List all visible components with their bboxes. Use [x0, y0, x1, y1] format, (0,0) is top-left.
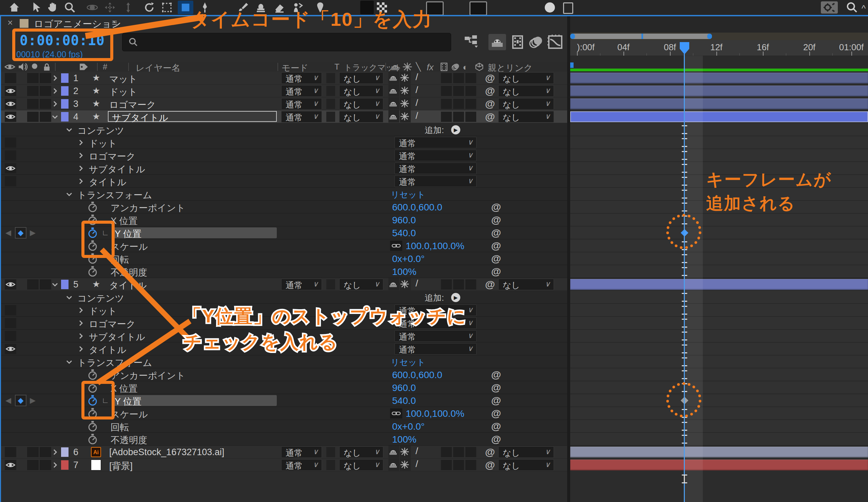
collapse-switch[interactable]: [400, 110, 411, 122]
add-menu-button[interactable]: [545, 2, 555, 12]
layer-name[interactable]: タイトル: [109, 279, 147, 292]
layer-label-chip[interactable]: [61, 86, 69, 96]
layer-duration-bar[interactable]: [570, 111, 868, 122]
mode-dropdown[interactable]: 通常∨: [281, 85, 322, 97]
shy-switch[interactable]: [389, 110, 399, 122]
3d-switch[interactable]: [465, 73, 476, 83]
adjustment-switch[interactable]: [453, 86, 464, 96]
layer-duration-bar[interactable]: [570, 86, 868, 97]
orbit-camera-tool[interactable]: [85, 1, 100, 14]
track-matte-dropdown[interactable]: なし∨: [339, 459, 383, 471]
property-name[interactable]: 不透明度: [111, 267, 147, 279]
property-name[interactable]: スケール: [111, 408, 148, 421]
pickwhip-icon[interactable]: @: [491, 408, 501, 419]
track-matte-box[interactable]: [326, 86, 335, 96]
panel-divider[interactable]: [567, 16, 570, 502]
3d-switch[interactable]: [465, 112, 476, 122]
motion-blur-toggle[interactable]: [528, 34, 544, 50]
property-value[interactable]: 100.0,100.0%: [406, 241, 464, 251]
layer-duration-bar[interactable]: [570, 98, 868, 109]
group-expand-chevron[interactable]: [77, 319, 85, 327]
pickwhip-icon[interactable]: @: [491, 395, 501, 406]
track-matte-dropdown[interactable]: なし∨: [339, 446, 383, 458]
pickwhip-icon[interactable]: @: [485, 85, 495, 97]
parent-dropdown[interactable]: なし∨: [498, 279, 554, 290]
motion-blur-switch[interactable]: [441, 279, 452, 290]
keyframe-toggle-box[interactable]: ◆: [15, 227, 27, 239]
collapse-switch[interactable]: [400, 446, 411, 458]
audio-toggle[interactable]: [27, 279, 39, 290]
audio-toggle[interactable]: [27, 460, 39, 470]
track-matte-box[interactable]: [326, 279, 335, 290]
stopwatch-icon[interactable]: [87, 369, 98, 381]
layer-label-chip[interactable]: [61, 99, 69, 109]
group-mode-dropdown[interactable]: 通常∨: [394, 330, 477, 342]
adjustment-switch[interactable]: [453, 112, 464, 122]
property-value[interactable]: 100.0,100.0%: [406, 408, 464, 419]
zoom-tool[interactable]: [62, 1, 78, 14]
parent-dropdown[interactable]: なし∨: [498, 85, 554, 97]
pickwhip-icon[interactable]: @: [485, 279, 495, 290]
eye-toggle[interactable]: [5, 163, 16, 173]
solo-toggle[interactable]: [40, 112, 51, 122]
stopwatch-icon[interactable]: [87, 201, 98, 213]
parent-dropdown[interactable]: なし∨: [498, 446, 554, 458]
group-expand-chevron[interactable]: [77, 151, 85, 160]
eye-toggle[interactable]: [5, 344, 16, 354]
property-name[interactable]: アンカーポイント: [111, 202, 185, 214]
layer-expand-chevron[interactable]: [51, 87, 59, 95]
layer-expand-chevron[interactable]: [51, 461, 59, 469]
pickwhip-icon[interactable]: @: [491, 421, 501, 432]
motion-blur-switch[interactable]: [441, 460, 452, 470]
collapse-switch[interactable]: [400, 278, 411, 290]
mode-dropdown[interactable]: 通常∨: [281, 111, 322, 122]
shy-switch[interactable]: [389, 446, 399, 458]
track-matte-box[interactable]: [326, 99, 335, 109]
stopwatch-icon[interactable]: [87, 266, 98, 277]
layer-duration-bar[interactable]: [570, 460, 868, 470]
group-mode-dropdown[interactable]: 通常∨: [394, 163, 477, 174]
audio-toggle[interactable]: [27, 86, 39, 96]
property-name[interactable]: スケール: [111, 241, 148, 253]
playhead-line[interactable]: [684, 53, 685, 502]
property-value[interactable]: 0x+0.0°: [392, 253, 425, 264]
link-dimensions-icon[interactable]: [390, 241, 402, 251]
eye-toggle[interactable]: [5, 331, 16, 341]
pan-camera-tool[interactable]: [102, 1, 117, 14]
work-area-start-handle[interactable]: [570, 33, 575, 39]
mode-dropdown[interactable]: 通常∨: [281, 446, 322, 458]
solo-toggle[interactable]: [40, 279, 51, 290]
eye-toggle[interactable]: [5, 150, 16, 161]
selection-tool[interactable]: [29, 1, 43, 14]
pickwhip-icon[interactable]: @: [491, 201, 501, 213]
stopwatch-icon[interactable]: [87, 433, 98, 445]
parent-dropdown[interactable]: なし∨: [498, 459, 554, 471]
eye-toggle[interactable]: [5, 73, 16, 83]
3d-switch[interactable]: [465, 279, 476, 290]
eye-toggle[interactable]: [5, 305, 16, 315]
home-icon[interactable]: [7, 1, 22, 14]
track-matte-box[interactable]: [326, 112, 335, 122]
motion-blur-switch[interactable]: [441, 112, 452, 122]
add-property-label[interactable]: 追加:: [425, 292, 444, 303]
mode-dropdown[interactable]: 通常∨: [281, 459, 322, 471]
group-name[interactable]: サブタイトル: [89, 163, 145, 175]
pickwhip-icon[interactable]: @: [485, 98, 495, 110]
pickwhip-icon[interactable]: @: [485, 459, 495, 471]
pickwhip-icon[interactable]: @: [485, 111, 495, 122]
adjustment-switch[interactable]: [453, 73, 464, 83]
quality-switch[interactable]: /: [412, 278, 422, 290]
layer-name[interactable]: [背景]: [109, 460, 133, 472]
group-name[interactable]: トランスフォーム: [78, 357, 152, 369]
prev-keyframe-arrow[interactable]: ◀: [6, 396, 11, 405]
pickwhip-icon[interactable]: @: [491, 227, 501, 239]
eye-toggle[interactable]: [5, 112, 16, 122]
add-property-button[interactable]: ▶: [451, 125, 460, 134]
group-name[interactable]: コンテンツ: [78, 124, 124, 137]
eye-toggle[interactable]: [5, 447, 16, 457]
adjustment-switch[interactable]: [453, 460, 464, 470]
work-area-end-handle[interactable]: [707, 33, 712, 39]
audio-toggle[interactable]: [27, 73, 39, 83]
3d-switch[interactable]: [465, 99, 476, 109]
collapse-switch[interactable]: [400, 72, 411, 84]
